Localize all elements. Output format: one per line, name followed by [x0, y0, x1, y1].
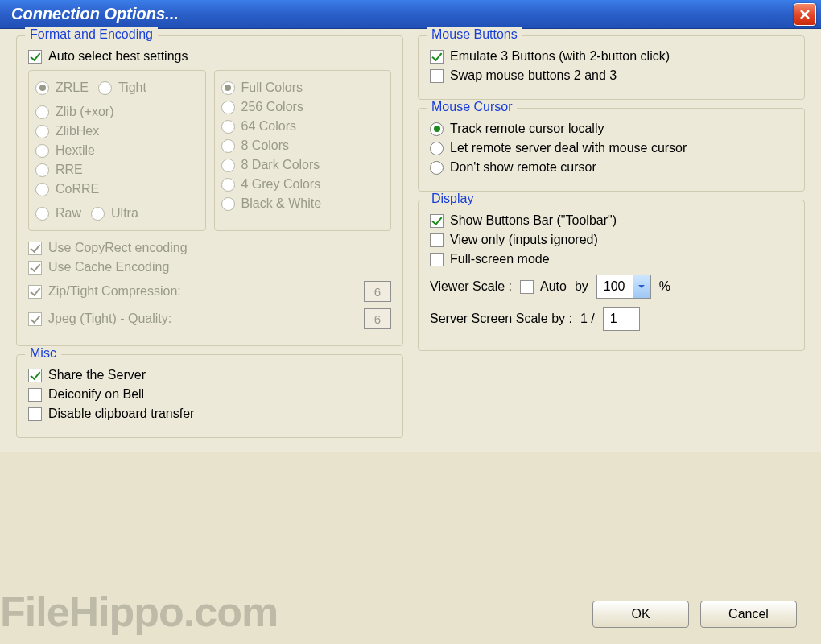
viewer-scale-label: Viewer Scale :	[430, 279, 512, 294]
checkbox-label: Deiconify on Bell	[48, 387, 144, 402]
color-256-radio: 256 Colors	[221, 100, 385, 114]
color-8dark-radio: 8 Dark Colors	[221, 158, 385, 172]
radio-icon	[35, 81, 49, 95]
radio-icon	[98, 81, 112, 95]
checkbox-icon	[520, 280, 534, 294]
color-4grey-radio: 4 Grey Colors	[221, 177, 385, 192]
radio-label: CoRRE	[56, 182, 99, 196]
cache-checkbox: Use Cache Encoding	[28, 260, 391, 275]
viewer-scale-dropdown-button[interactable]	[633, 275, 650, 298]
viewer-scale-row: Viewer Scale : Auto by %	[430, 275, 793, 299]
radio-icon	[221, 81, 235, 95]
radio-label: Black & White	[241, 196, 322, 211]
radio-icon	[221, 159, 235, 172]
disable-clipboard-checkbox[interactable]: Disable clipboard transfer	[28, 407, 391, 421]
checkbox-label: Auto	[540, 279, 567, 294]
radio-icon	[430, 161, 444, 175]
color-bw-radio: Black & White	[221, 196, 385, 211]
encoding-raw-radio: Raw	[35, 206, 81, 221]
encoding-corre-radio: CoRRE	[35, 182, 199, 196]
dialog-buttons: OK Cancel	[592, 601, 797, 628]
group-legend: Format and Encoding	[25, 27, 158, 42]
encoding-rre-radio: RRE	[35, 163, 199, 177]
jpeg-quality-input	[364, 308, 391, 329]
checkbox-icon	[28, 242, 42, 255]
cancel-button[interactable]: Cancel	[700, 601, 797, 628]
mouse-buttons-group: Mouse Buttons Emulate 3 Buttons (with 2-…	[418, 35, 805, 100]
radio-label: Let remote server deal with mouse cursor	[450, 141, 687, 155]
group-legend: Display	[427, 192, 478, 206]
checkbox-icon	[28, 50, 42, 64]
show-toolbar-checkbox[interactable]: Show Buttons Bar ("Toolbar")	[430, 213, 793, 228]
deiconify-checkbox[interactable]: Deiconify on Bell	[28, 387, 391, 402]
checkbox-icon	[430, 233, 444, 247]
cursor-letremote-radio[interactable]: Let remote server deal with mouse cursor	[430, 141, 793, 155]
titlebar: Connection Options...	[0, 0, 821, 29]
viewer-scale-combo[interactable]	[596, 275, 651, 299]
radio-label: ZlibHex	[56, 124, 99, 138]
radio-label: Raw	[56, 206, 81, 221]
zip-level-input	[364, 281, 391, 302]
auto-select-checkbox[interactable]: Auto select best settings	[28, 49, 391, 64]
radio-icon	[221, 101, 235, 114]
checkbox-label: Full-screen mode	[450, 252, 550, 266]
encoding-ultra-radio: Ultra	[91, 206, 138, 221]
by-label: by	[575, 279, 588, 294]
radio-label: ZRLE	[56, 80, 89, 95]
radio-icon	[430, 142, 444, 155]
checkbox-label: Jpeg (Tight) - Quality:	[48, 312, 171, 326]
color-64-radio: 64 Colors	[221, 119, 385, 134]
watermark-text: FileHippo.com	[0, 588, 278, 636]
ok-button[interactable]: OK	[592, 601, 689, 628]
close-button[interactable]	[794, 3, 816, 26]
share-server-checkbox[interactable]: Share the Server	[28, 368, 391, 382]
fullscreen-checkbox[interactable]: Full-screen mode	[430, 252, 793, 266]
one-over-label: 1 /	[580, 312, 595, 326]
radio-label: 8 Dark Colors	[241, 158, 320, 172]
misc-group: Misc Share the Server Deiconify on Bell …	[16, 354, 403, 438]
encodings-panel: ZRLE Tight Zlib (+xor) ZlibHex Hextile R…	[28, 70, 206, 231]
server-scale-label: Server Screen Scale by :	[430, 312, 572, 326]
copyrect-checkbox: Use CopyRect encoding	[28, 241, 391, 255]
viewer-scale-input[interactable]	[597, 279, 633, 294]
colors-panel: Full Colors 256 Colors 64 Colors 8 Color…	[214, 70, 392, 231]
checkbox-icon	[430, 214, 444, 228]
group-legend: Mouse Cursor	[427, 100, 517, 114]
checkbox-icon	[430, 50, 444, 64]
encoding-hextile-radio: Hextile	[35, 143, 199, 158]
encoding-zlibxor-radio: Zlib (+xor)	[35, 105, 199, 119]
radio-label: Track remote cursor locally	[450, 122, 604, 136]
encoding-zrle-radio: ZRLE	[35, 80, 89, 95]
radio-icon	[91, 207, 105, 221]
viewer-scale-auto-checkbox[interactable]: Auto	[520, 279, 567, 294]
view-only-checkbox[interactable]: View only (inputs ignored)	[430, 233, 793, 247]
checkbox-label: Use Cache Encoding	[48, 260, 169, 275]
cursor-track-radio[interactable]: Track remote cursor locally	[430, 122, 793, 136]
radio-icon	[35, 207, 49, 221]
radio-icon	[35, 105, 49, 119]
encoding-zlibhex-radio: ZlibHex	[35, 124, 199, 138]
encoding-tight-radio: Tight	[98, 80, 146, 95]
emulate-3buttons-checkbox[interactable]: Emulate 3 Buttons (with 2-button click)	[430, 49, 793, 64]
radio-label: 8 Colors	[241, 138, 290, 153]
radio-icon	[35, 183, 49, 196]
server-scale-input[interactable]	[603, 307, 640, 331]
mouse-cursor-group: Mouse Cursor Track remote cursor locally…	[418, 108, 805, 192]
radio-label: Hextile	[56, 143, 95, 158]
server-scale-row: Server Screen Scale by : 1 /	[430, 307, 793, 331]
radio-label: Ultra	[111, 206, 138, 221]
checkbox-label: Zip/Tight Compression:	[48, 284, 181, 299]
format-encoding-group: Format and Encoding Auto select best set…	[16, 35, 403, 346]
checkbox-label: Disable clipboard transfer	[48, 407, 194, 421]
checkbox-icon	[28, 285, 42, 299]
color-8-radio: 8 Colors	[221, 138, 385, 153]
radio-label: Tight	[118, 80, 146, 95]
swap-buttons-checkbox[interactable]: Swap mouse buttons 2 and 3	[430, 68, 793, 83]
jpeg-checkbox: Jpeg (Tight) - Quality:	[28, 312, 340, 326]
radio-icon	[221, 139, 235, 153]
cursor-dontshow-radio[interactable]: Don't show remote cursor	[430, 160, 793, 175]
checkbox-label: Share the Server	[48, 368, 146, 382]
radio-icon	[430, 122, 444, 136]
checkbox-icon	[430, 69, 444, 83]
radio-label: 4 Grey Colors	[241, 177, 321, 192]
